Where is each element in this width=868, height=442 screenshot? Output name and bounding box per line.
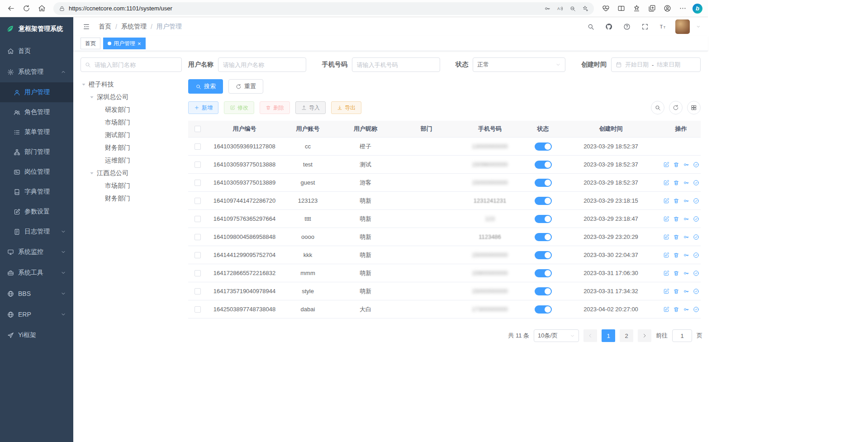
read-aloud-button[interactable]: A <box>554 3 566 14</box>
tree-node[interactable]: 研发部门 <box>81 104 182 116</box>
assign-role-action[interactable] <box>693 234 699 240</box>
sidebar-item-menu[interactable]: 菜单管理 <box>0 122 73 142</box>
edit-action[interactable] <box>663 252 669 258</box>
close-icon[interactable]: × <box>138 41 141 47</box>
edit-button[interactable]: 修改 <box>224 101 254 114</box>
sidebar-item-role[interactable]: 角色管理 <box>0 102 73 122</box>
add-favorite-button[interactable] <box>579 3 591 14</box>
status-select[interactable]: 正常 <box>473 57 565 72</box>
status-toggle[interactable] <box>535 143 552 151</box>
docs-button[interactable] <box>621 21 633 33</box>
row-checkbox[interactable] <box>194 306 201 313</box>
edit-action[interactable] <box>663 288 669 295</box>
tree-node[interactable]: 江西总公司 <box>81 167 182 180</box>
tree-node[interactable]: 财务部门 <box>81 142 182 154</box>
status-toggle[interactable] <box>535 251 552 259</box>
tree-node[interactable]: 市场部门 <box>81 180 182 192</box>
tree-node[interactable]: 橙子科技 <box>81 78 182 91</box>
url-text[interactable]: https://ccnetcore.com:1101/system/user <box>69 5 538 12</box>
reset-password-action[interactable] <box>683 180 689 186</box>
sidebar-item-user[interactable]: 用户管理 <box>0 82 73 102</box>
page-button-1[interactable]: 1 <box>602 329 615 342</box>
prev-page-button[interactable] <box>583 329 597 342</box>
row-checkbox[interactable] <box>194 288 201 295</box>
sidebar-item-home[interactable]: 首页 <box>0 41 73 62</box>
split-screen-button[interactable] <box>614 2 628 15</box>
assign-role-action[interactable] <box>693 270 699 276</box>
tree-node[interactable]: 运维部门 <box>81 154 182 167</box>
delete-action[interactable] <box>673 180 679 186</box>
github-button[interactable] <box>603 21 615 33</box>
password-button[interactable] <box>541 3 553 14</box>
favorites-button[interactable] <box>629 2 644 15</box>
assign-role-action[interactable] <box>693 306 699 313</box>
fullscreen-button[interactable] <box>639 21 651 33</box>
status-toggle[interactable] <box>535 305 552 314</box>
row-checkbox[interactable] <box>194 198 201 204</box>
breadcrumb-system[interactable]: 系统管理 <box>121 23 147 31</box>
row-checkbox[interactable] <box>194 216 201 222</box>
row-checkbox[interactable] <box>194 162 201 168</box>
tree-node[interactable]: 市场部门 <box>81 116 182 129</box>
sidebar-item-yi[interactable]: Yi框架 <box>0 325 73 346</box>
edit-action[interactable] <box>663 180 669 186</box>
edit-action[interactable] <box>663 270 669 276</box>
select-all-checkbox[interactable] <box>194 126 201 132</box>
tree-node[interactable]: 深圳总公司 <box>81 91 182 104</box>
zoom-button[interactable] <box>567 3 579 14</box>
edit-action[interactable] <box>663 198 669 204</box>
tab-home[interactable]: 首页 <box>81 38 100 49</box>
row-checkbox[interactable] <box>194 143 201 150</box>
sidebar-item-post[interactable]: 岗位管理 <box>0 162 73 182</box>
sidebar-item-tool[interactable]: 系统工具 <box>0 262 73 283</box>
user-avatar[interactable] <box>675 19 690 34</box>
tree-node[interactable]: 财务部门 <box>81 192 182 205</box>
reset-password-action[interactable] <box>683 252 689 258</box>
settings-more-button[interactable] <box>675 2 690 15</box>
add-button[interactable]: 新增 <box>188 101 218 114</box>
sidebar-toggle-button[interactable] <box>81 21 92 33</box>
header-search-button[interactable] <box>585 21 597 33</box>
delete-action[interactable] <box>673 252 679 258</box>
sidebar-item-system[interactable]: 系统管理 <box>0 62 73 82</box>
delete-action[interactable] <box>673 198 679 204</box>
font-size-button[interactable]: TT <box>657 21 669 33</box>
assign-role-action[interactable] <box>693 288 699 295</box>
edit-action[interactable] <box>663 306 669 313</box>
reset-password-action[interactable] <box>683 216 689 222</box>
delete-action[interactable] <box>673 288 679 295</box>
status-toggle[interactable] <box>535 197 552 205</box>
delete-action[interactable] <box>673 216 679 222</box>
avatar-caret-icon[interactable] <box>696 24 701 29</box>
status-toggle[interactable] <box>535 161 552 169</box>
reset-password-action[interactable] <box>683 288 689 295</box>
tree-node[interactable]: 测试部门 <box>81 129 182 142</box>
sidebar-item-config[interactable]: 参数设置 <box>0 202 73 222</box>
assign-role-action[interactable] <box>693 198 699 204</box>
edit-action[interactable] <box>663 162 669 168</box>
reset-password-action[interactable] <box>683 306 689 313</box>
copilot-icon[interactable]: b <box>693 4 702 14</box>
refresh-table-button[interactable] <box>669 101 683 114</box>
row-checkbox[interactable] <box>194 252 201 258</box>
assign-role-action[interactable] <box>693 180 699 186</box>
assign-role-action[interactable] <box>693 216 699 222</box>
row-checkbox[interactable] <box>194 180 201 186</box>
breadcrumb-home[interactable]: 首页 <box>99 23 111 31</box>
status-toggle[interactable] <box>535 287 552 295</box>
back-button[interactable] <box>4 2 18 15</box>
goto-page-input[interactable] <box>672 329 692 342</box>
row-checkbox[interactable] <box>194 234 201 240</box>
search-button[interactable]: 搜索 <box>188 79 223 94</box>
edit-action[interactable] <box>663 234 669 240</box>
sidebar-item-dept[interactable]: 部门管理 <box>0 142 73 162</box>
edit-action[interactable] <box>663 216 669 222</box>
dept-search-input[interactable] <box>81 57 182 72</box>
sidebar-item-bbs[interactable]: BBS <box>0 283 73 304</box>
date-range-picker[interactable]: 开始日期 - 结束日期 <box>611 57 701 72</box>
delete-button[interactable]: 删除 <box>260 101 290 114</box>
export-button[interactable]: 导出 <box>331 101 361 114</box>
delete-action[interactable] <box>673 162 679 168</box>
reset-password-action[interactable] <box>683 270 689 276</box>
sidebar-item-monitor[interactable]: 系统监控 <box>0 242 73 262</box>
